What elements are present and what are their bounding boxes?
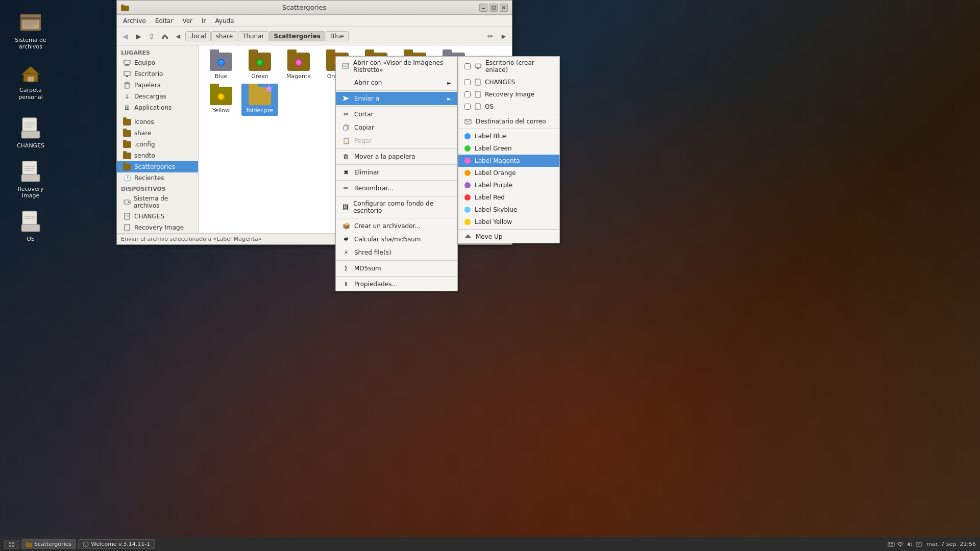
forward-button[interactable]: ▶ — [132, 30, 144, 42]
breadcrumb-blue[interactable]: Blue — [326, 31, 349, 41]
apps-taskbar-icon — [9, 541, 15, 547]
papelera-label: Papelera — [134, 82, 161, 89]
ctx-md5[interactable]: # Calcular sha/md5sum — [336, 233, 457, 246]
taskbar-fm-item[interactable]: Scattergories — [21, 539, 76, 549]
changes-check[interactable] — [464, 79, 471, 85]
ctx-copiar[interactable]: Copiar — [336, 121, 457, 134]
sub-move-up[interactable]: Move Up — [458, 231, 559, 243]
changes-sidebar-icon — [123, 212, 131, 220]
ctx-mover[interactable]: 🗑 Mover a la papelera — [336, 150, 457, 163]
sub-destinatario[interactable]: Destinatario del correo — [458, 115, 559, 128]
desktop: Sistema de archivos Carpetapersonal — [0, 0, 980, 551]
ctx-open-with[interactable]: Abrir con ► — [336, 76, 457, 89]
changes-sidebar-label: CHANGES — [134, 213, 164, 220]
prev-location-button[interactable]: ◄ — [172, 30, 184, 42]
taskbar-menu-button[interactable] — [4, 540, 19, 549]
desktop-icon-os[interactable]: OS — [10, 209, 51, 242]
cut-icon: ✂ — [342, 110, 350, 118]
sub-label-orange[interactable]: Label Orange — [458, 167, 559, 179]
desktop-icon-recovery[interactable]: RecoveryImage — [10, 159, 51, 199]
ctx-cortar[interactable]: ✂ Cortar — [336, 108, 457, 121]
sidebar-item-equipo[interactable]: Equipo — [117, 57, 198, 68]
sendto-icon — [123, 152, 131, 160]
sidebar-item-recientes[interactable]: 🕑 Recientes — [117, 172, 198, 184]
sidebar-item-papelera[interactable]: Papelera — [117, 80, 198, 91]
sub-label-magenta[interactable]: Label Magenta — [458, 155, 559, 167]
folder-yellow[interactable]: Yellow — [203, 84, 239, 116]
next-location-button[interactable]: ► — [498, 30, 510, 42]
ctx-shred-label: Shred file(s) — [354, 249, 391, 256]
menu-ir[interactable]: Ir — [198, 16, 210, 26]
menu-ver[interactable]: Ver — [178, 16, 197, 26]
sidebar-item-escritorio[interactable]: Escritorio — [117, 68, 198, 80]
ctx-md5sum[interactable]: Σ MD5sum — [336, 262, 457, 275]
ctx-renombrar[interactable]: ✏ Renombrar... — [336, 182, 457, 195]
ctx-enviar-a[interactable]: Enviar a ► — [336, 92, 457, 105]
sidebar-item-changes[interactable]: CHANGES — [117, 211, 198, 222]
menu-archivo[interactable]: Archivo — [119, 16, 150, 26]
sidebar-item-recovery[interactable]: Recovery Image — [117, 222, 198, 233]
sidebar-item-applications[interactable]: ⊞ Applications — [117, 102, 198, 113]
svg-rect-23 — [482, 8, 485, 9]
ctx-open-with-ristretto[interactable]: Abrir con «Visor de Imágenes Ristretto» — [336, 57, 457, 76]
sidebar-item-iconos[interactable]: Iconos — [117, 116, 198, 128]
ctx-wallpaper[interactable]: 🖼 Configurar como fondo de escritorio — [336, 197, 457, 217]
taskbar-welcome-item[interactable]: i Welcome v.3.14.11-1 — [78, 539, 155, 549]
sidebar-item-share[interactable]: share — [117, 128, 198, 139]
escritorio-check[interactable] — [464, 63, 471, 69]
folder-green[interactable]: Green — [241, 49, 278, 82]
sidebar-item-sendto[interactable]: sendto — [117, 150, 198, 161]
os-check[interactable] — [464, 104, 471, 110]
desktop-icon-changes[interactable]: CHANGES — [10, 116, 51, 149]
sub-label-purple[interactable]: Label Purple — [458, 179, 559, 191]
folder-magenta[interactable]: Magenta — [280, 49, 317, 82]
up-button[interactable]: ⇧ — [145, 30, 158, 42]
ctx-eliminar[interactable]: ✖ Eliminar — [336, 166, 457, 179]
minimize-button[interactable] — [479, 4, 487, 12]
back-button[interactable]: ◀ — [119, 30, 131, 42]
breadcrumb-thunar[interactable]: Thunar — [238, 31, 268, 41]
ctx-sep-5 — [336, 180, 457, 181]
desktop-icon-filesystem[interactable]: Sistema de archivos — [10, 10, 51, 50]
ctx-propiedades[interactable]: ℹ Propiedades... — [336, 278, 457, 291]
sub-label-skyblue[interactable]: Label Skyblue — [458, 204, 559, 216]
svg-rect-53 — [475, 91, 480, 97]
ctx-sep-2 — [336, 106, 457, 107]
menu-ayuda[interactable]: Ayuda — [211, 16, 238, 26]
svg-rect-30 — [124, 71, 130, 76]
breadcrumb-local[interactable]: .local — [185, 31, 211, 41]
ctx-archive[interactable]: 📦 Crear un archivador... — [336, 219, 457, 233]
sub-os[interactable]: OS — [458, 101, 559, 113]
sidebar-section-lugares: Lugares — [117, 47, 198, 57]
close-button[interactable] — [500, 4, 508, 12]
ctx-shred[interactable]: ⚡ Shred file(s) — [336, 246, 457, 259]
recovery-check[interactable] — [464, 91, 471, 97]
sidebar-item-scattergories[interactable]: Scattergories — [117, 161, 198, 172]
sidebar-item-config[interactable]: .config — [117, 139, 198, 150]
sidebar-item-descargas[interactable]: ⇓ Descargas — [117, 91, 198, 102]
home-nav-button[interactable] — [159, 30, 171, 42]
breadcrumb-share[interactable]: share — [211, 31, 237, 41]
sub-label-yellow[interactable]: Label Yellow — [458, 216, 559, 228]
sub-sep-1 — [458, 114, 559, 114]
svg-rect-52 — [475, 79, 480, 85]
folder-blue[interactable]: Blue — [203, 49, 239, 82]
escritorio-sub-icon — [475, 63, 481, 69]
sidebar-item-sistema[interactable]: Sistema de archivos — [117, 193, 198, 211]
sub-changes[interactable]: CHANGES — [458, 76, 559, 88]
breadcrumb-scattergories[interactable]: Scattergories — [269, 31, 325, 41]
sub-label-purple-text: Label Purple — [475, 182, 512, 189]
desktop-icon-home[interactable]: Carpetapersonal — [10, 60, 51, 100]
menu-editar[interactable]: Editar — [151, 16, 178, 26]
sub-escritorio[interactable]: Escritorio (crear enlace) — [458, 57, 559, 76]
sub-escritorio-label: Escritorio (crear enlace) — [485, 59, 553, 73]
sub-label-red[interactable]: Label Red — [458, 191, 559, 204]
sidebar: Lugares Equipo Escritorio — [117, 45, 199, 233]
open-with-icon — [342, 79, 350, 87]
sub-recovery[interactable]: Recovery Image — [458, 88, 559, 101]
sub-label-green[interactable]: Label Green — [458, 142, 559, 155]
folder-selected[interactable]: folder.pre — [241, 84, 278, 116]
edit-location-button[interactable]: ✏ — [484, 30, 497, 42]
sub-label-blue[interactable]: Label Blue — [458, 130, 559, 142]
maximize-button[interactable] — [489, 4, 498, 12]
